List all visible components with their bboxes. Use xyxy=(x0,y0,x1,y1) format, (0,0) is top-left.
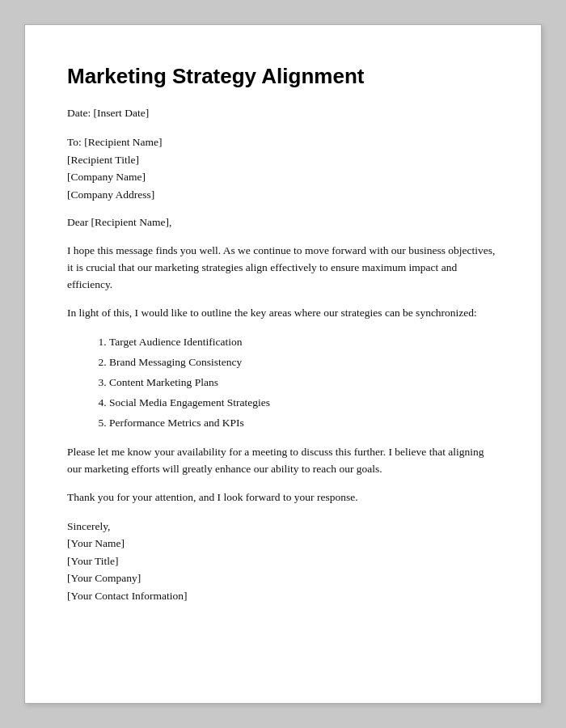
signature-block: Sincerely, [Your Name] [Your Title] [You… xyxy=(67,518,499,605)
recipient-block: To: [Recipient Name] [Recipient Title] [… xyxy=(67,133,499,203)
closing-contact: [Your Contact Information] xyxy=(67,587,499,605)
list-item: Performance Metrics and KPIs xyxy=(109,414,499,433)
closing-name: [Your Name] xyxy=(67,535,499,552)
body-paragraph-4: Thank you for your attention, and I look… xyxy=(67,489,499,506)
body-paragraph-3: Please let me know your availability for… xyxy=(67,444,499,478)
list-item: Social Media Engagement Strategies xyxy=(109,394,499,413)
date-line: Date: [Insert Date] xyxy=(67,105,499,122)
body-paragraph-1: I hope this message finds you well. As w… xyxy=(67,243,499,294)
closing-company: [Your Company] xyxy=(67,569,499,587)
closing-title: [Your Title] xyxy=(67,552,499,570)
list-item: Target Audience Identification xyxy=(109,333,499,352)
recipient-title-line: [Recipient Title] xyxy=(67,151,499,169)
recipient-to-line: To: [Recipient Name] xyxy=(67,133,499,151)
document-title: Marketing Strategy Alignment xyxy=(67,64,499,89)
closing-sincerely: Sincerely, xyxy=(67,518,499,535)
salutation: Dear [Recipient Name], xyxy=(67,214,499,231)
document-page: Marketing Strategy Alignment Date: [Inse… xyxy=(24,24,542,704)
recipient-address-line: [Company Address] xyxy=(67,186,499,204)
list-item: Content Marketing Plans xyxy=(109,374,499,392)
strategy-list: Target Audience IdentificationBrand Mess… xyxy=(67,333,499,433)
list-item: Brand Messaging Consistency xyxy=(109,353,499,372)
recipient-company-line: [Company Name] xyxy=(67,168,499,186)
body-paragraph-2: In light of this, I would like to outlin… xyxy=(67,305,499,322)
